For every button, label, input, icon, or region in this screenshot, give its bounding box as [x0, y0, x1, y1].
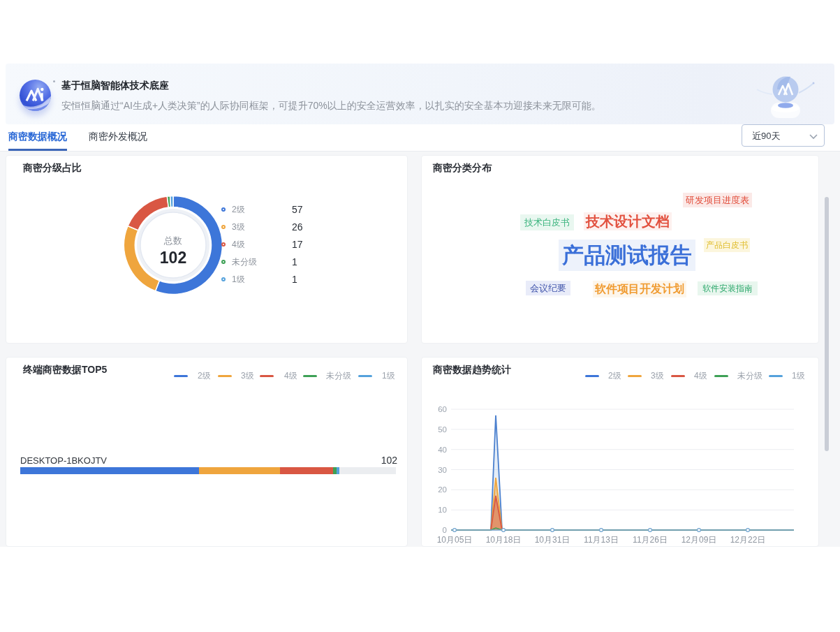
svg-text:50: 50: [438, 425, 447, 434]
svg-text:30: 30: [438, 466, 447, 474]
svg-text:10月18日: 10月18日: [486, 535, 522, 545]
svg-text:12月22日: 12月22日: [730, 535, 766, 545]
svg-text:20: 20: [438, 485, 447, 494]
svg-text:40: 40: [438, 446, 447, 454]
svg-text:总数: 总数: [163, 235, 182, 246]
svg-text:10月05日: 10月05日: [437, 535, 473, 545]
svg-text:0: 0: [443, 526, 447, 534]
svg-text:12月09日: 12月09日: [681, 535, 717, 545]
svg-text:10月31日: 10月31日: [535, 535, 570, 545]
svg-text:11月13日: 11月13日: [584, 535, 619, 545]
svg-text:102: 102: [160, 249, 186, 267]
svg-text:60: 60: [438, 405, 447, 413]
svg-text:10: 10: [438, 506, 447, 514]
svg-text:11月26日: 11月26日: [633, 535, 668, 545]
